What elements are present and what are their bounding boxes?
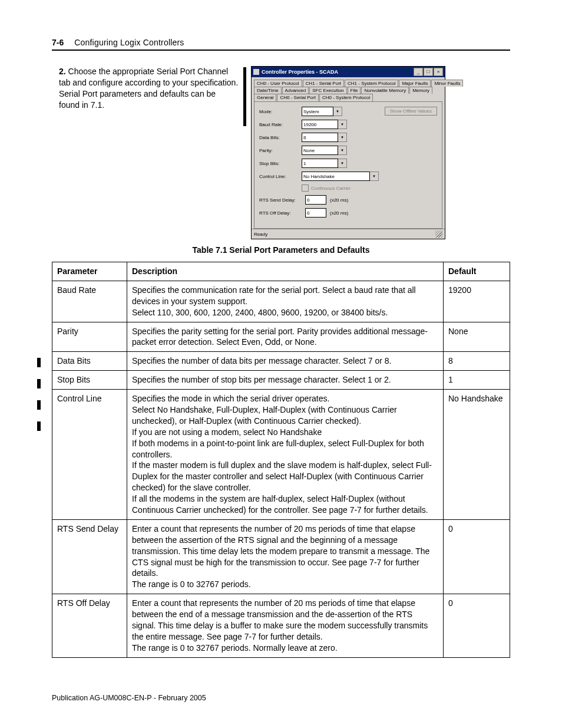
table-row: Control LineSpecifies the mode in which … <box>52 390 510 520</box>
tab-advanced[interactable]: Advanced <box>282 87 309 94</box>
cell-parameter: RTS Off Delay <box>52 594 127 657</box>
control-line-label: Control Line: <box>259 174 302 179</box>
table-caption: Table 7.1 Serial Port Parameters and Def… <box>52 245 510 255</box>
parity-label: Parity: <box>259 148 302 153</box>
header-rule <box>52 50 510 51</box>
tab-minor-faults[interactable]: Minor Faults <box>431 80 463 87</box>
controller-properties-dialog: Controller Properties - SCADA _ □ × CH0 … <box>251 66 445 239</box>
tab-nonvolatile-memory[interactable]: Nonvolatile Memory <box>361 87 409 94</box>
cell-description: Enter a count that represents the number… <box>127 519 444 594</box>
cell-parameter: RTS Send Delay <box>52 519 127 594</box>
cell-default: 8 <box>444 352 510 371</box>
chevron-down-icon[interactable]: ▼ <box>338 120 347 129</box>
cell-parameter: Baud Rate <box>52 281 127 322</box>
cell-description: Specifies the number of data bits per me… <box>127 352 444 371</box>
cell-parameter: Control Line <box>52 390 127 520</box>
tab-ch1-serial-port[interactable]: CH1 - Serial Port <box>303 80 344 87</box>
tab-date-time[interactable]: Date/Time <box>254 87 282 94</box>
cell-default: 0 <box>444 519 510 594</box>
chevron-down-icon[interactable]: ▼ <box>338 133 347 142</box>
dialog-titlebar: Controller Properties - SCADA _ □ × <box>252 67 445 77</box>
table-row: RTS Off DelayEnter a count that represen… <box>52 594 510 657</box>
baud-rate-label: Baud Rate: <box>259 122 302 127</box>
continuous-carrier-label: Continuous Carrier <box>311 186 351 191</box>
dialog-title: Controller Properties - SCADA <box>262 69 413 75</box>
publication-footer: Publication AG-UM008C-EN-P - February 20… <box>52 694 206 702</box>
cell-default: 0 <box>444 594 510 657</box>
cell-default: 1 <box>444 371 510 390</box>
rts-send-delay-unit: (x20 ms) <box>330 197 348 203</box>
cell-default: No Handshake <box>444 390 510 520</box>
rts-off-delay-input[interactable] <box>305 208 326 218</box>
cell-description: Specifies the communication rate for the… <box>127 281 444 322</box>
chevron-down-icon[interactable]: ▼ <box>370 172 379 181</box>
rts-off-delay-label: RTS Off Delay: <box>259 210 305 216</box>
table-row: Stop BitsSpecifies the number of stop bi… <box>52 371 510 390</box>
rts-send-delay-input[interactable] <box>305 195 326 205</box>
cell-parameter: Stop Bits <box>52 371 127 390</box>
tab-panel: Show Offline Values Mode: ▼ Baud Rate: ▼… <box>254 101 442 229</box>
status-text: Ready <box>254 232 267 237</box>
chapter-title: Configuring Logix Controllers <box>74 38 184 47</box>
table-row: RTS Send DelayEnter a count that represe… <box>52 519 510 594</box>
tab-general[interactable]: General <box>254 94 276 101</box>
table-row: Data BitsSpecifies the number of data bi… <box>52 352 510 371</box>
tab-ch0-serial-port[interactable]: CH0 - Serial Port <box>277 94 318 101</box>
cell-default: 19200 <box>444 281 510 322</box>
data-bits-label: Data Bits: <box>259 135 302 140</box>
data-bits-select[interactable] <box>302 133 338 142</box>
cell-description: Specifies the parity setting for the ser… <box>127 322 444 352</box>
page-number: 7-6 <box>52 38 64 47</box>
step-text: 2. Choose the appropriate Serial Port Ch… <box>59 66 239 111</box>
cell-description: Enter a count that represents the number… <box>127 594 444 657</box>
tab-ch0-system-protocol[interactable]: CH0 - System Protocol <box>319 94 373 101</box>
cell-parameter: Parity <box>52 322 127 352</box>
parity-select[interactable] <box>302 146 338 155</box>
col-description: Description <box>127 262 444 281</box>
chevron-down-icon[interactable]: ▼ <box>338 159 347 168</box>
parameters-table: Parameter Description Default Baud RateS… <box>52 262 510 658</box>
cell-parameter: Data Bits <box>52 352 127 371</box>
cell-description: Specifies the mode in which the serial d… <box>127 390 444 520</box>
change-bar <box>243 67 246 126</box>
rts-send-delay-label: RTS Send Delay: <box>259 197 305 203</box>
mode-label: Mode: <box>259 109 302 114</box>
stop-bits-select[interactable] <box>302 159 338 168</box>
chevron-down-icon[interactable]: ▼ <box>333 107 342 116</box>
mode-select[interactable] <box>302 107 333 116</box>
control-line-select[interactable] <box>302 172 370 181</box>
stop-bits-label: Stop Bits: <box>259 161 302 166</box>
rts-off-delay-unit: (x20 ms) <box>330 210 348 216</box>
cell-description: Specifies the number of stop bits per me… <box>127 371 444 390</box>
tab-ch0-user-protocol[interactable]: CH0 - User Protocol <box>254 80 302 87</box>
tab-file[interactable]: File <box>348 87 361 94</box>
col-default: Default <box>444 262 510 281</box>
continuous-carrier-checkbox[interactable] <box>302 185 309 192</box>
cell-default: None <box>444 322 510 352</box>
close-icon[interactable]: × <box>434 68 443 76</box>
app-icon <box>253 69 259 75</box>
tab-major-faults[interactable]: Major Faults <box>399 80 431 87</box>
col-parameter: Parameter <box>52 262 127 281</box>
tab-sfc-execution[interactable]: SFC Execution <box>309 87 346 94</box>
tab-ch1-system-protocol[interactable]: CH1 - System Protocol <box>345 80 398 87</box>
baud-rate-select[interactable] <box>302 120 338 129</box>
resize-grip-icon[interactable] <box>435 230 442 238</box>
table-row: Baud RateSpecifies the communication rat… <box>52 281 510 322</box>
table-row: ParitySpecifies the parity setting for t… <box>52 322 510 352</box>
minimize-icon[interactable]: _ <box>414 68 423 76</box>
maximize-icon[interactable]: □ <box>424 68 433 76</box>
tab-memory[interactable]: Memory <box>409 87 432 94</box>
chevron-down-icon[interactable]: ▼ <box>338 146 347 155</box>
revision-marks <box>37 358 41 431</box>
show-offline-values-button[interactable]: Show Offline Values <box>385 107 437 116</box>
